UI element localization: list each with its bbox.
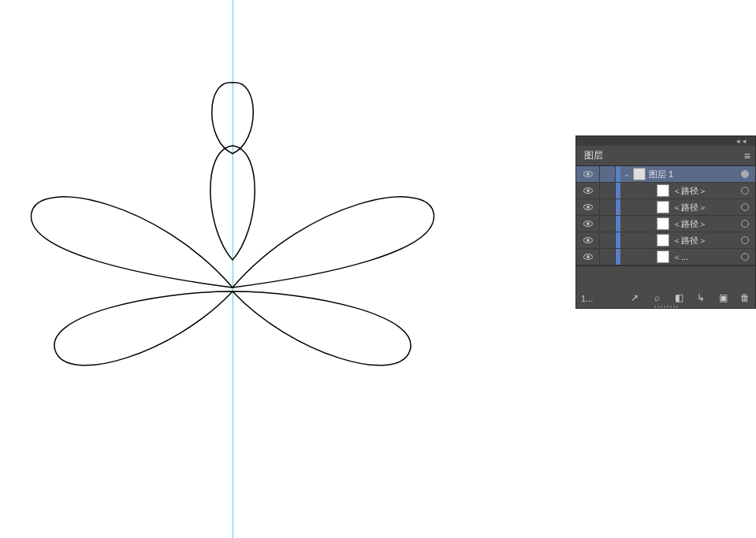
panel-collapse-bar[interactable]: ◄◄: [576, 136, 755, 146]
sublayer-thumbnail: [657, 184, 669, 197]
locate-icon[interactable]: ⌕: [651, 292, 662, 303]
visibility-toggle[interactable]: [576, 232, 600, 248]
new-sublayer-icon[interactable]: ↳: [695, 292, 706, 303]
sublayer-name[interactable]: ＜路径＞: [672, 202, 707, 213]
sublayer-thumbnail: [657, 217, 669, 230]
sublayer-row[interactable]: ＜路径＞: [576, 199, 755, 216]
layer-color-strip: [616, 199, 620, 215]
visibility-toggle[interactable]: [576, 183, 600, 199]
layers-panel[interactable]: ◄◄ 图层 ≡ ⌄ 图层 1 ＜路径＞ ＜路径＞ ＜路径＞: [575, 135, 756, 309]
export-icon[interactable]: ↗: [629, 292, 640, 303]
target-selector[interactable]: [741, 236, 749, 244]
target-selector[interactable]: [741, 170, 749, 178]
panel-resize-handle[interactable]: [654, 306, 678, 308]
target-selector[interactable]: [741, 253, 749, 261]
sublayer-row[interactable]: ＜路径＞: [576, 216, 755, 232]
eye-icon: [583, 204, 593, 210]
sublayer-name[interactable]: ＜路径＞: [672, 218, 707, 230]
layer-color-strip: [616, 216, 620, 232]
target-selector[interactable]: [741, 203, 749, 211]
lock-col[interactable]: [600, 216, 616, 232]
target-icon: [741, 187, 749, 195]
layers-tab[interactable]: 图层: [576, 146, 611, 165]
expand-toggle[interactable]: ⌄: [620, 170, 633, 178]
eye-icon: [583, 237, 593, 243]
sublayer-row[interactable]: ＜路径＞: [576, 183, 755, 199]
sublayer-name[interactable]: ＜路径＞: [672, 185, 707, 197]
visibility-toggle[interactable]: [576, 216, 600, 232]
lock-col[interactable]: [600, 249, 616, 265]
lock-col[interactable]: [600, 166, 616, 182]
eye-icon: [583, 187, 593, 194]
target-icon: [741, 253, 749, 261]
delete-icon[interactable]: 🗑: [739, 292, 750, 303]
new-layer-icon[interactable]: ▣: [717, 292, 728, 303]
target-icon: [741, 170, 749, 178]
layer-color-strip: [616, 183, 620, 199]
eye-icon: [583, 254, 593, 260]
sublayer-row[interactable]: ＜...: [576, 249, 755, 265]
layer-name[interactable]: 图层 1: [649, 169, 673, 180]
sublayer-name[interactable]: ＜...: [672, 251, 688, 263]
clip-mask-icon[interactable]: ◧: [673, 292, 684, 303]
sublayer-name[interactable]: ＜路径＞: [672, 235, 707, 247]
target-selector[interactable]: [741, 187, 749, 195]
visibility-toggle[interactable]: [576, 249, 600, 265]
lock-col[interactable]: [600, 199, 616, 215]
panel-menu-icon[interactable]: ≡: [744, 150, 750, 162]
eye-icon: [583, 171, 593, 177]
target-icon: [741, 236, 749, 244]
lock-col[interactable]: [600, 232, 616, 248]
target-icon: [741, 220, 749, 228]
visibility-toggle[interactable]: [576, 199, 600, 215]
sublayer-thumbnail: [657, 250, 669, 263]
target-icon: [741, 203, 749, 211]
layer-count: 1...: [581, 294, 593, 303]
visibility-toggle[interactable]: [576, 166, 600, 182]
sublayer-thumbnail: [657, 201, 669, 213]
lock-col[interactable]: [600, 183, 616, 199]
sublayer-thumbnail: [657, 234, 669, 247]
panel-header: 图层 ≡: [576, 146, 755, 166]
layer-color-strip: [616, 232, 620, 248]
target-selector[interactable]: [741, 220, 749, 228]
layer-thumbnail: [633, 168, 646, 180]
sublayer-row[interactable]: ＜路径＞: [576, 232, 755, 249]
eye-icon: [583, 221, 593, 227]
layer-color-strip: [616, 249, 620, 265]
layer-row-main[interactable]: ⌄ 图层 1: [576, 166, 755, 183]
panel-footer: 1... ↗ ⌕ ◧ ↳ ▣ 🗑: [576, 265, 755, 308]
